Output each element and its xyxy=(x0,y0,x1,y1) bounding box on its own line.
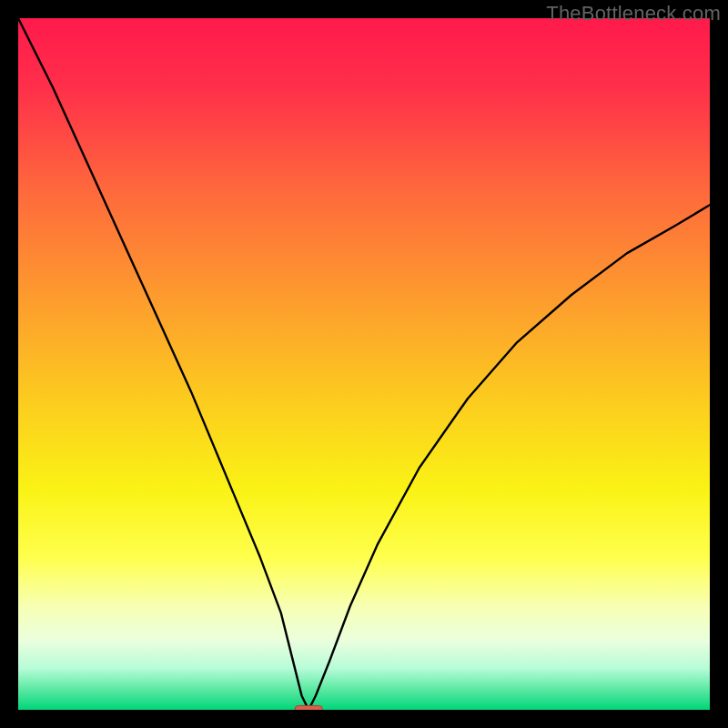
watermark-text: TheBottleneck.com xyxy=(546,2,721,25)
gradient-background xyxy=(18,18,710,710)
optimum-marker xyxy=(295,705,322,710)
chart-frame xyxy=(18,18,710,710)
bottleneck-chart xyxy=(18,18,710,710)
